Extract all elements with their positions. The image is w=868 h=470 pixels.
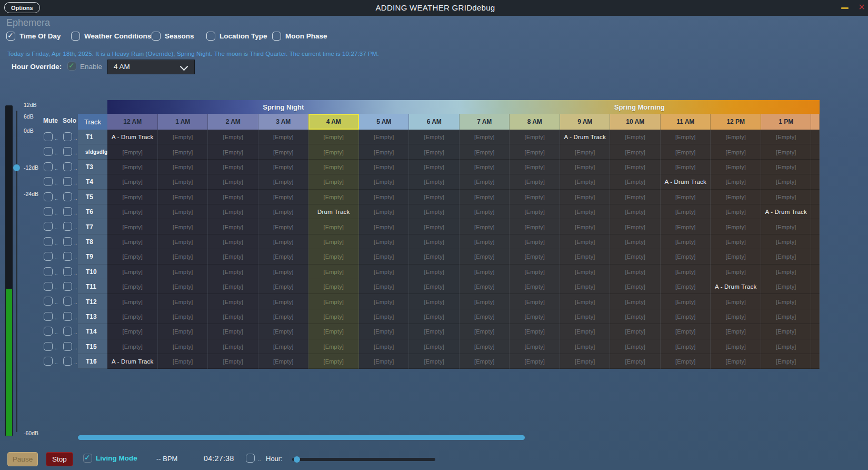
mute-checkbox[interactable] <box>44 267 53 276</box>
solo-checkbox[interactable] <box>63 342 72 351</box>
grid-cell[interactable]: [Empty] <box>308 279 359 294</box>
minimize-button[interactable] <box>838 0 852 15</box>
grid-cell[interactable]: [Empty] <box>711 190 761 204</box>
grid-cell[interactable]: [Empty] <box>258 219 309 234</box>
grid-cell[interactable]: [Empty] <box>107 279 158 294</box>
grid-cell[interactable]: [Empty] <box>661 279 711 294</box>
solo-checkbox[interactable] <box>63 357 72 366</box>
grid-cell[interactable]: [Empty] <box>460 354 510 369</box>
grid-cell[interactable]: [Empty] <box>610 234 661 249</box>
mute-checkbox[interactable] <box>44 222 53 231</box>
grid-cell[interactable]: [Empty] <box>258 204 309 219</box>
grid-cell[interactable]: [Empty] <box>308 294 359 309</box>
grid-cell[interactable]: [Empty] <box>661 144 711 159</box>
grid-cell[interactable]: [Empty] <box>510 339 560 354</box>
grid-cell[interactable]: [Empty] <box>359 160 410 174</box>
grid-cell[interactable]: [Empty] <box>158 249 208 264</box>
grid-cell[interactable]: [Empty] <box>560 144 611 159</box>
track-name-t16[interactable]: T16 <box>78 354 107 369</box>
grid-cell[interactable]: [Empty] <box>610 130 661 144</box>
track-name-t8[interactable]: T8 <box>78 234 107 249</box>
track-name-t3[interactable]: T3 <box>78 160 107 174</box>
grid-cell[interactable]: [Empty] <box>560 249 611 264</box>
solo-checkbox[interactable] <box>63 177 72 186</box>
grid-cell[interactable]: [Empty] <box>610 324 661 339</box>
grid-cell[interactable]: [Empty] <box>560 294 611 309</box>
grid-cell[interactable]: [Empty] <box>409 294 460 309</box>
mute-checkbox[interactable] <box>44 237 53 246</box>
hour-header-4-am[interactable]: 4 AM <box>308 114 359 130</box>
grid-cell[interactable]: [Empty] <box>661 265 711 279</box>
grid-cell[interactable]: [Empty] <box>359 279 410 294</box>
track-name-sfdgsdfgs[interactable]: sfdgsdfgs... <box>78 144 107 159</box>
grid-cell[interactable]: [Empty] <box>308 219 359 234</box>
grid-cell[interactable]: [Empty] <box>560 279 611 294</box>
grid-cell[interactable]: [Empty] <box>409 354 460 369</box>
grid-cell[interactable]: [Empty] <box>359 309 410 324</box>
grid-cell[interactable]: [Empty] <box>761 144 812 159</box>
grid-cell[interactable]: [Empty] <box>158 204 208 219</box>
grid-cell[interactable]: [Empty] <box>560 339 611 354</box>
grid-cell[interactable]: [Empty] <box>409 234 460 249</box>
grid-cell[interactable]: A - Drum Track <box>661 174 711 189</box>
grid-cell[interactable]: [Empty] <box>409 190 460 204</box>
grid-cell[interactable]: [Empty] <box>560 234 611 249</box>
grid-cell[interactable] <box>811 249 820 264</box>
grid-cell[interactable]: [Empty] <box>560 309 611 324</box>
grid-cell[interactable]: [Empty] <box>258 144 309 159</box>
grid-cell[interactable]: [Empty] <box>208 144 258 159</box>
grid-cell[interactable]: [Empty] <box>510 160 560 174</box>
grid-cell[interactable]: [Empty] <box>761 309 812 324</box>
grid-cell[interactable]: [Empty] <box>610 190 661 204</box>
grid-cell[interactable]: [Empty] <box>158 174 208 189</box>
mute-checkbox[interactable] <box>44 327 53 336</box>
hour-header-6-am[interactable]: 6 AM <box>409 114 460 130</box>
grid-cell[interactable]: [Empty] <box>308 339 359 354</box>
solo-checkbox[interactable] <box>63 297 72 306</box>
hour-header-10-am[interactable]: 10 AM <box>610 114 661 130</box>
grid-cell[interactable]: [Empty] <box>258 294 309 309</box>
grid-cell[interactable]: [Empty] <box>510 234 560 249</box>
grid-cell[interactable]: [Empty] <box>107 174 158 189</box>
grid-cell[interactable]: [Empty] <box>409 279 460 294</box>
solo-checkbox[interactable] <box>63 282 72 291</box>
pause-button[interactable]: Pause <box>7 452 38 466</box>
grid-cell[interactable]: [Empty] <box>510 324 560 339</box>
grid-cell[interactable]: [Empty] <box>258 354 309 369</box>
grid-cell[interactable]: [Empty] <box>258 309 309 324</box>
hour-header-2-am[interactable]: 2 AM <box>208 114 258 130</box>
grid-cell[interactable]: [Empty] <box>510 130 560 144</box>
grid-cell[interactable]: [Empty] <box>510 294 560 309</box>
grid-cell[interactable]: [Empty] <box>158 279 208 294</box>
grid-cell[interactable]: [Empty] <box>510 219 560 234</box>
mute-checkbox[interactable] <box>44 357 53 366</box>
grid-cell[interactable]: [Empty] <box>158 219 208 234</box>
grid-cell[interactable] <box>811 309 820 324</box>
grid-cell[interactable]: A - Drum Track <box>107 354 158 369</box>
grid-cell[interactable]: [Empty] <box>107 190 158 204</box>
grid-cell[interactable]: [Empty] <box>107 324 158 339</box>
solo-checkbox[interactable] <box>63 207 72 216</box>
solo-checkbox[interactable] <box>63 267 72 276</box>
hour-header-9-am[interactable]: 9 AM <box>560 114 611 130</box>
grid-cell[interactable]: [Empty] <box>560 265 611 279</box>
grid-cell[interactable]: [Empty] <box>560 160 611 174</box>
grid-cell[interactable] <box>811 144 820 159</box>
grid-cell[interactable]: [Empty] <box>359 339 410 354</box>
mute-checkbox[interactable] <box>44 342 53 351</box>
grid-cell[interactable]: [Empty] <box>409 339 460 354</box>
grid-cell[interactable]: [Empty] <box>158 144 208 159</box>
grid-cell[interactable]: [Empty] <box>208 249 258 264</box>
grid-cell[interactable]: [Empty] <box>208 265 258 279</box>
grid-cell[interactable]: A - Drum Track <box>761 204 812 219</box>
grid-cell[interactable]: [Empty] <box>158 339 208 354</box>
grid-cell[interactable]: [Empty] <box>661 190 711 204</box>
grid-cell[interactable]: [Empty] <box>460 190 510 204</box>
grid-cell[interactable]: [Empty] <box>460 324 510 339</box>
grid-cell[interactable]: A - Drum Track <box>560 130 611 144</box>
track-name-t12[interactable]: T12 <box>78 294 107 309</box>
grid-cell[interactable]: [Empty] <box>711 339 761 354</box>
grid-cell[interactable]: [Empty] <box>460 339 510 354</box>
grid-cell[interactable]: [Empty] <box>761 354 812 369</box>
grid-cell[interactable]: [Empty] <box>308 190 359 204</box>
